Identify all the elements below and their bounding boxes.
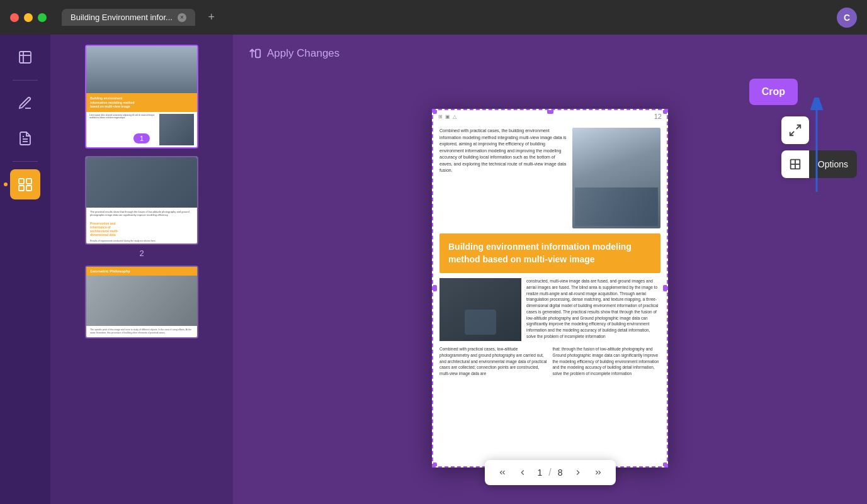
main-content: Apply Changes Crop	[233, 35, 867, 504]
thumb-page3-img	[86, 276, 197, 326]
svg-rect-0	[20, 52, 31, 63]
apply-changes-label: Apply Changes	[267, 47, 339, 60]
crop-handle-tl[interactable]	[432, 109, 437, 114]
document-preview: ⊞ ▣ △ 12 Combined with practical cases, …	[432, 109, 668, 468]
next-page-button[interactable]	[569, 464, 587, 481]
page-nav: 1 / 8	[484, 460, 615, 485]
crop-handle-bl[interactable]	[432, 462, 437, 468]
thumb-page2-text: The practical results show that through …	[86, 208, 197, 220]
thumb-page3-text: The specific point of this image and mor…	[86, 326, 197, 337]
doc-footer-right: that: through the fusion of low-altitude…	[553, 346, 661, 377]
active-indicator	[4, 182, 8, 186]
app-body: Building environmentinformation modeling…	[0, 35, 867, 504]
crop-handle-tr[interactable]	[663, 109, 668, 114]
doc-page-number: 12	[654, 113, 662, 120]
doc-top-image	[572, 128, 660, 228]
thumb-page2-small: Results of experiments conducted during …	[86, 238, 197, 244]
sidebar	[0, 35, 50, 504]
svg-rect-6	[26, 179, 31, 184]
arrow-indicator	[804, 98, 829, 201]
crop-handle-br[interactable]	[663, 462, 668, 468]
minimize-traffic-light[interactable]	[24, 13, 33, 22]
svg-rect-9	[256, 50, 260, 58]
apply-changes-button[interactable]: Apply Changes	[248, 47, 339, 60]
thumb-page2-top-img	[86, 157, 197, 208]
thumb-page1-orange: Building environmentinformation modeling…	[86, 93, 197, 112]
svg-line-13	[790, 132, 794, 135]
doc-main-text: Combined with practical cases, the build…	[439, 128, 567, 228]
doc-header-icons: ⊞ ▣ △	[438, 114, 456, 120]
crop-handle-mr[interactable]	[663, 285, 668, 291]
current-page: 1	[533, 468, 546, 478]
sidebar-item-book[interactable]	[10, 42, 40, 72]
sidebar-divider-1	[13, 80, 38, 81]
svg-rect-5	[19, 179, 24, 184]
doc-orange-section: Building environment information modelin…	[439, 233, 660, 273]
svg-rect-7	[19, 186, 24, 191]
prev-page-button[interactable]	[513, 464, 531, 481]
first-page-button[interactable]	[493, 464, 511, 481]
total-pages: 8	[554, 468, 567, 478]
thumb-page1-top-img	[86, 46, 197, 93]
doc-footer-left: Combined with practical cases, low-altit…	[439, 346, 548, 377]
crop-handle-tc[interactable]	[547, 109, 553, 114]
sidebar-item-edit[interactable]	[10, 123, 40, 154]
thumb-frame-2[interactable]: The practical results show that through …	[85, 156, 198, 245]
doc-bottom-section: constructed, multi-view image data are f…	[433, 278, 667, 346]
svg-line-12	[796, 125, 800, 129]
thumb-page3-title: Geometric Philosophy	[86, 267, 197, 276]
thumb-frame-3[interactable]: Geometric Philosophy The specific point …	[85, 266, 198, 339]
thumb-page2-label: 2	[139, 249, 144, 258]
thumb-frame-1[interactable]: Building environmentinformation modeling…	[85, 45, 198, 148]
thumb-container-2[interactable]: The practical results show that through …	[85, 156, 198, 259]
traffic-lights	[10, 13, 47, 22]
doc-bottom-image	[439, 278, 521, 341]
titlebar: Building Environment infor... × + C	[0, 0, 867, 35]
thumb-page1-col-img	[159, 114, 194, 145]
sidebar-divider-2	[13, 161, 38, 162]
page-slash: /	[548, 467, 551, 478]
thumb-container-3[interactable]: Geometric Philosophy The specific point …	[85, 266, 198, 339]
tab-title: Building Environment infor...	[71, 13, 173, 22]
sidebar-item-highlight[interactable]	[10, 88, 40, 118]
tab-add-button[interactable]: +	[203, 9, 220, 26]
tab-close-button[interactable]: ×	[178, 13, 186, 22]
apply-changes-icon	[248, 47, 262, 60]
thumb-page1-people	[86, 46, 197, 93]
thumbnail-panel: Building environmentinformation modeling…	[50, 35, 233, 504]
doc-top-section: Combined with practical cases, the build…	[433, 123, 667, 228]
crop-button[interactable]: Crop	[749, 79, 798, 105]
crop-handle-ml[interactable]	[432, 285, 437, 291]
doc-bottom-text: constructed, multi-view image data are f…	[526, 278, 660, 341]
close-traffic-light[interactable]	[10, 13, 19, 22]
canvas-area: Options ⊞ ▣ △	[233, 72, 867, 504]
active-tab[interactable]: Building Environment infor... ×	[62, 9, 195, 26]
doc-orange-title: Building environment information modelin…	[448, 241, 652, 266]
thumb-container-1[interactable]: Building environmentinformation modeling…	[85, 45, 198, 148]
last-page-button[interactable]	[589, 464, 607, 481]
avatar: C	[837, 8, 857, 28]
maximize-traffic-light[interactable]	[38, 13, 47, 22]
toolbar: Apply Changes	[233, 35, 867, 72]
sidebar-item-pages[interactable]	[10, 169, 40, 199]
thumb-page1-badge: 1	[133, 133, 150, 143]
svg-rect-8	[26, 186, 31, 191]
doc-footer-section: Combined with practical cases, low-altit…	[433, 346, 667, 383]
thumb-page2-orange: Preservation andinheritance ofarchitectu…	[86, 220, 197, 238]
